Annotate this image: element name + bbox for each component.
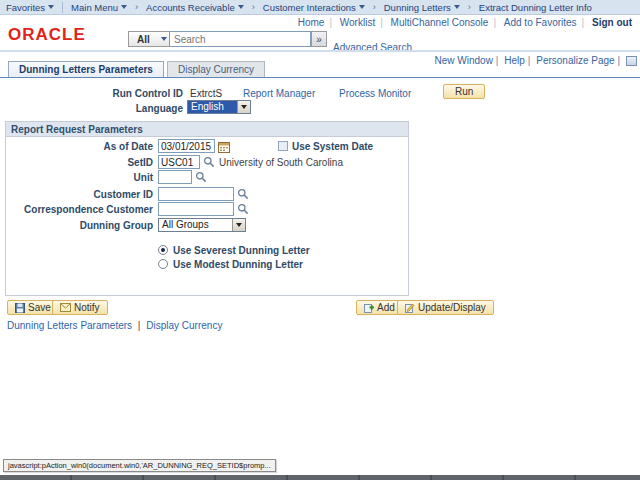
language-select[interactable]: English [187,100,251,114]
notify-envelope-icon [60,303,71,312]
customer-id-input[interactable] [158,187,234,201]
tab-display-currency[interactable]: Display Currency [167,61,265,77]
breadcrumb: Favorites Main Menu › Accounts Receivabl… [0,0,640,15]
correspondence-customer-label: Correspondence Customer [6,204,153,215]
add-to-favorites-link[interactable]: Add to Favorites [504,17,577,28]
process-monitor-link[interactable]: Process Monitor [339,88,411,99]
breadcrumb-dunning-letters[interactable]: Dunning Letters [378,2,466,13]
chevron-down-icon [48,5,54,9]
breadcrumb-accounts-receivable[interactable]: Accounts Receivable [140,2,250,13]
separator: | [528,55,531,66]
breadcrumb-separator: › [250,2,257,12]
language-label: Language [60,103,183,114]
add-plus-icon [364,303,374,313]
chevron-down-icon [158,37,169,41]
use-modest-radio[interactable] [158,259,168,269]
footer-display-currency-link[interactable]: Display Currency [146,320,222,331]
multichannel-console-link[interactable]: MultiChannel Console [391,17,489,28]
breadcrumb-separator: › [371,2,378,12]
home-link[interactable]: Home [298,17,325,28]
report-manager-link[interactable]: Report Manager [243,88,315,99]
search-scope-select[interactable]: All [128,31,170,47]
separator: | [493,17,496,28]
save-disk-icon [15,303,25,313]
oracle-logo: ORACLE [8,26,86,45]
search-scope-value: All [129,34,158,45]
personalize-page-link[interactable]: Personalize Page [536,55,614,66]
notify-button[interactable]: Notify [52,300,108,315]
search-submit-button[interactable]: » [311,31,327,47]
unit-label: Unit [6,172,153,183]
dunning-group-value: All Groups [159,219,232,231]
breadcrumb-separator: › [133,2,140,12]
calendar-icon[interactable] [218,141,230,153]
new-window-link[interactable]: New Window [435,55,493,66]
footer-dunning-letters-parameters-link[interactable]: Dunning Letters Parameters [7,320,132,331]
report-request-parameters-groupbox: Report Request Parameters As of Date Use… [5,121,409,296]
separator: | [618,55,621,66]
use-system-date-label: Use System Date [292,141,373,152]
customer-id-lookup-icon[interactable] [237,188,249,200]
breadcrumb-separator: › [466,2,473,12]
update-display-button[interactable]: Update/Display [397,300,494,315]
status-bar-tooltip: javascript:pAction_win0(document.win0,'A… [3,459,276,472]
as-of-date-input[interactable] [158,139,215,153]
run-control-id-label: Run Control ID [60,88,183,99]
breadcrumb-label: Customer Interactions [263,2,356,13]
breadcrumb-main-menu[interactable]: Main Menu [65,2,133,13]
add-label: Add [377,302,395,313]
utility-links: Home| Worklist| MultiChannel Console| Ad… [293,17,632,28]
breadcrumb-favorites-label: Favorites [6,2,45,13]
breadcrumb-label: Accounts Receivable [146,2,235,13]
save-label: Save [28,302,51,313]
sign-out-link[interactable]: Sign out [592,17,632,28]
dunning-group-select[interactable]: All Groups [158,218,246,232]
copy-url-icon[interactable] [626,56,637,66]
worklist-link[interactable]: Worklist [340,17,375,28]
breadcrumb-label: Dunning Letters [384,2,451,13]
use-severest-radio[interactable] [158,245,168,255]
dunning-group-label: Dunning Group [6,220,153,231]
footer-links: Dunning Letters Parameters | Display Cur… [7,320,222,331]
groupbox-title: Report Request Parameters [6,122,408,137]
breadcrumb-main-menu-label: Main Menu [71,2,118,13]
separator: | [329,17,332,28]
run-button[interactable]: Run [443,84,485,99]
breadcrumb-current-page: Extract Dunning Letter Info [473,2,598,13]
breadcrumb-favorites[interactable]: Favorites [0,2,60,13]
breadcrumb-customer-interactions[interactable]: Customer Interactions [257,2,371,13]
run-control-id-value: ExtrctS [190,88,222,99]
chevron-down-icon [232,219,245,231]
taskbar-strip [0,475,640,480]
unit-input[interactable] [158,170,192,184]
use-system-date-checkbox[interactable] [278,141,288,151]
separator: | [138,320,141,331]
add-button[interactable]: Add [356,300,403,315]
chevron-down-icon [238,5,244,9]
tab-bar: Dunning Letters Parameters Display Curre… [8,61,265,77]
page-links: New Window| Help| Personalize Page| [435,55,638,66]
setid-lookup-icon[interactable] [203,156,215,168]
use-severest-label: Use Severest Dunning Letter [173,245,310,256]
correspondence-customer-input[interactable] [158,202,234,216]
customer-id-label: Customer ID [6,189,153,200]
setid-label: SetID [6,157,153,168]
unit-lookup-icon[interactable] [195,171,207,183]
header-divider [0,50,640,52]
chevron-down-icon [121,5,127,9]
help-link[interactable]: Help [504,55,525,66]
peoplesoft-dunning-letters-page: Favorites Main Menu › Accounts Receivabl… [0,0,640,480]
separator: | [582,17,585,28]
chevron-down-icon [454,5,460,9]
search-input[interactable] [169,31,311,47]
correspondence-customer-lookup-icon[interactable] [237,203,249,215]
update-display-icon [405,303,415,313]
language-value: English [188,101,237,113]
tab-dunning-letters-parameters[interactable]: Dunning Letters Parameters [8,61,164,77]
as-of-date-label: As of Date [6,141,153,152]
chevron-down-icon [359,5,365,9]
chevron-down-icon [237,101,250,113]
breadcrumb-label: Extract Dunning Letter Info [479,2,592,13]
use-modest-label: Use Modest Dunning Letter [173,259,303,270]
setid-input[interactable] [158,155,200,169]
